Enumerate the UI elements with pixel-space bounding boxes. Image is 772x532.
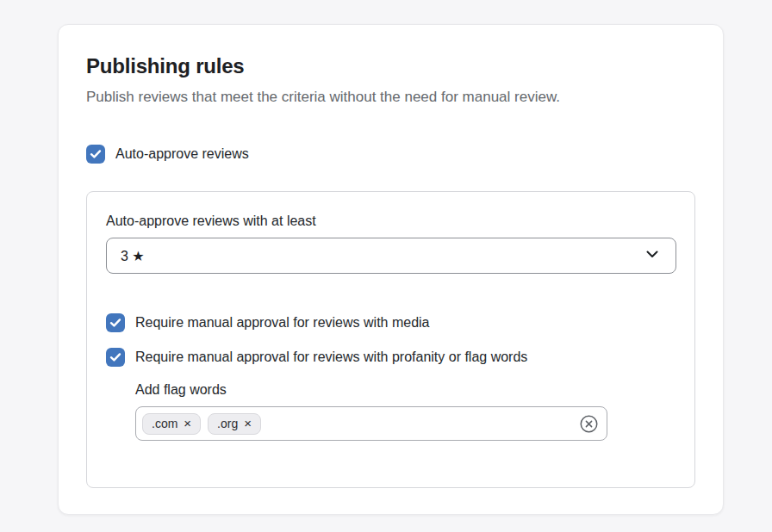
auto-approve-checkbox[interactable] bbox=[86, 145, 105, 164]
media-approval-row: Require manual approval for reviews with… bbox=[106, 313, 676, 332]
flag-words-section: Add flag words .com × .org × bbox=[135, 381, 676, 441]
auto-approve-label: Auto-approve reviews bbox=[115, 145, 249, 164]
clear-all-icon[interactable] bbox=[580, 415, 598, 433]
tag-remove-icon[interactable]: × bbox=[184, 417, 191, 430]
flag-word-tag: .com × bbox=[142, 413, 201, 435]
flag-words-label: Add flag words bbox=[135, 381, 676, 399]
checkmark-icon bbox=[90, 149, 102, 159]
tag-label: .com bbox=[152, 417, 177, 430]
rules-panel: Auto-approve reviews with at least 3 ★ R… bbox=[86, 191, 695, 488]
rating-select-value: 3 ★ bbox=[121, 248, 145, 264]
profanity-approval-label: Require manual approval for reviews with… bbox=[135, 348, 527, 367]
flag-words-input[interactable] bbox=[268, 417, 573, 430]
page-title: Publishing rules bbox=[86, 53, 695, 79]
tag-remove-icon[interactable]: × bbox=[244, 417, 252, 430]
rating-select[interactable]: 3 ★ bbox=[106, 238, 676, 274]
flag-words-field[interactable]: .com × .org × bbox=[135, 406, 607, 441]
profanity-approval-row: Require manual approval for reviews with… bbox=[106, 348, 676, 367]
publishing-rules-card: Publishing rules Publish reviews that me… bbox=[58, 24, 724, 515]
rating-select-label: Auto-approve reviews with at least bbox=[106, 213, 676, 230]
chevron-down-icon bbox=[644, 246, 660, 265]
media-approval-checkbox[interactable] bbox=[106, 313, 125, 332]
tag-label: .org bbox=[217, 417, 238, 430]
auto-approve-row: Auto-approve reviews bbox=[86, 145, 695, 164]
flag-word-tag: .org × bbox=[208, 413, 261, 435]
page-subtitle: Publish reviews that meet the criteria w… bbox=[86, 87, 695, 108]
checkmark-icon bbox=[109, 352, 121, 362]
media-approval-label: Require manual approval for reviews with… bbox=[135, 313, 430, 332]
checkmark-icon bbox=[109, 318, 121, 328]
profanity-approval-checkbox[interactable] bbox=[106, 348, 125, 367]
